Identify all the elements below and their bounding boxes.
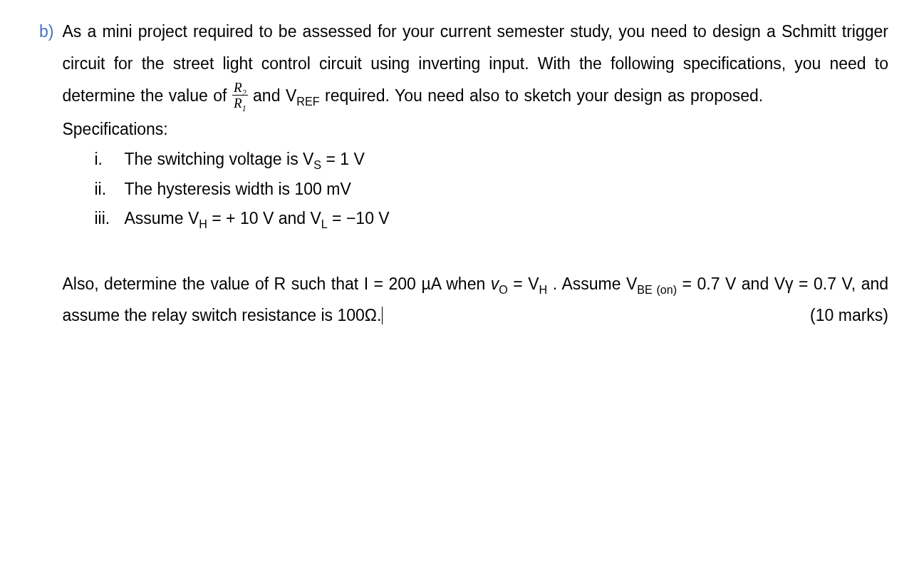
spec-item-3: iii. Assume VH = + 10 V and VL = −10 V	[94, 204, 888, 233]
vref-subscript: REF	[296, 94, 319, 107]
spec-text: The hysteresis width is 100 mV	[124, 175, 888, 204]
spec-number: i.	[94, 145, 124, 174]
main-text-part3: required. You need also to sketch your d…	[320, 86, 764, 105]
main-text-part2: and V	[248, 86, 297, 105]
second-paragraph: Also, determine the value of R such that…	[62, 268, 888, 332]
fraction-r2-r1: R2R1	[232, 81, 248, 110]
fraction-denominator: R1	[232, 96, 248, 110]
text-cursor	[382, 307, 383, 324]
spec-text: The switching voltage is VS = 1 V	[124, 145, 888, 174]
specifications-header: Specifications:	[62, 113, 888, 145]
question-container: b) As a mini project required to be asse…	[39, 16, 888, 332]
spec-number: ii.	[94, 175, 124, 204]
question-label: b)	[39, 16, 53, 48]
vo-variable: v	[491, 275, 499, 293]
question-body: As a mini project required to be assesse…	[62, 16, 888, 332]
main-paragraph: As a mini project required to be assesse…	[62, 16, 888, 112]
specification-list: i. The switching voltage is VS = 1 V ii.…	[62, 145, 888, 233]
spec-number: iii.	[94, 204, 124, 233]
spec-item-1: i. The switching voltage is VS = 1 V	[94, 145, 888, 174]
marks-label: (10 marks)	[810, 299, 888, 332]
spec-text: Assume VH = + 10 V and VL = −10 V	[124, 204, 888, 233]
spec-item-2: ii. The hysteresis width is 100 mV	[94, 175, 888, 204]
fraction-numerator: R2	[232, 81, 248, 96]
